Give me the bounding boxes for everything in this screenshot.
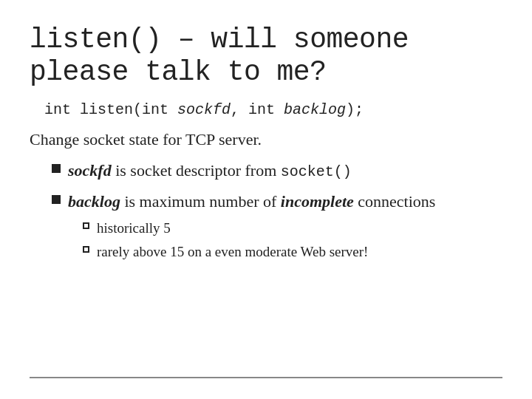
socket-call: socket() bbox=[281, 163, 352, 180]
bullet-square-1 bbox=[52, 164, 61, 173]
sub-bullet-list: historically 5 rarely above 15 on a even… bbox=[83, 219, 502, 261]
description-text: Change socket state for TCP server. bbox=[30, 130, 502, 149]
bullet-text-backlog: backlog is maximum number of incomplete … bbox=[68, 191, 502, 265]
bullet-item-sockfd: sockfd is socket descriptor from socket(… bbox=[52, 160, 502, 182]
backlog-label: backlog bbox=[68, 192, 120, 211]
sub-bullet-square-2 bbox=[83, 246, 89, 253]
code-backlog: backlog bbox=[284, 101, 346, 118]
title-line2: please talk to me? bbox=[30, 56, 326, 88]
sockfd-desc: is socket descriptor from bbox=[115, 161, 281, 180]
sub-bullet-text-1: historically 5 bbox=[97, 219, 171, 238]
code-sockfd: sockfd bbox=[177, 101, 231, 118]
sockfd-label: sockfd bbox=[68, 161, 112, 180]
sub-bullet-text-2: rarely above 15 on a even moderate Web s… bbox=[97, 242, 368, 262]
code-text-after: ); bbox=[346, 101, 364, 118]
backlog-desc-1: is maximum number of bbox=[124, 192, 280, 211]
title-line1: listen() – will someone bbox=[30, 24, 409, 55]
backlog-desc-2: connections bbox=[358, 192, 435, 211]
sub-bullet-item-2: rarely above 15 on a even moderate Web s… bbox=[83, 242, 502, 262]
bullet-text-sockfd: sockfd is socket descriptor from socket(… bbox=[68, 160, 502, 182]
main-bullet-list: sockfd is socket descriptor from socket(… bbox=[52, 160, 502, 274]
code-text-middle: , int bbox=[231, 101, 284, 118]
bullet-square-2 bbox=[52, 195, 61, 204]
slide: listen() – will someone please talk to m… bbox=[0, 0, 532, 399]
bullet-item-backlog: backlog is maximum number of incomplete … bbox=[52, 191, 502, 265]
bottom-divider bbox=[30, 377, 502, 378]
incomplete-word: incomplete bbox=[281, 192, 354, 211]
code-text-before: int listen(int bbox=[44, 101, 177, 118]
slide-title: listen() – will someone please talk to m… bbox=[30, 24, 502, 88]
sub-bullet-square-1 bbox=[83, 222, 89, 229]
code-signature: int listen(int sockfd, int backlog); bbox=[44, 101, 502, 118]
sub-bullet-item-1: historically 5 bbox=[83, 219, 502, 238]
